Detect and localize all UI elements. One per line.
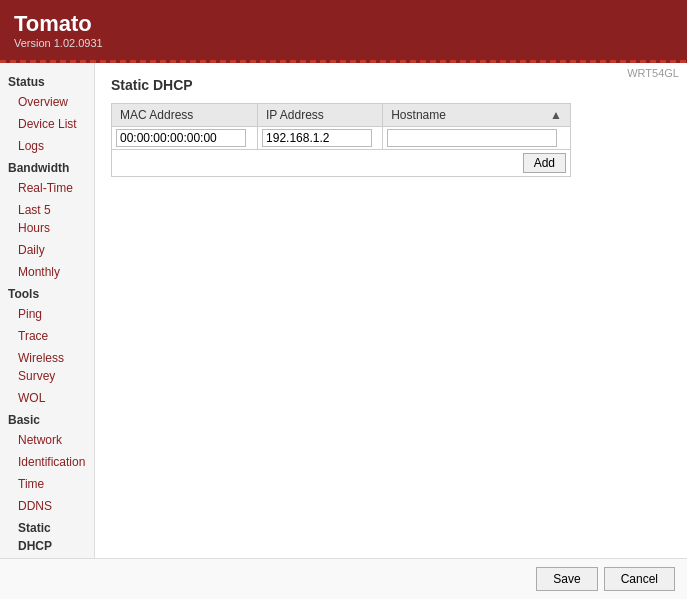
sidebar: Status Overview Device List Logs Bandwid…: [0, 63, 95, 558]
sort-arrow-icon: ▲: [550, 108, 562, 122]
sidebar-item-network[interactable]: Network: [0, 429, 94, 451]
main-layout: Status Overview Device List Logs Bandwid…: [0, 63, 687, 558]
app-title: Tomato: [14, 11, 673, 37]
cell-ip: [258, 127, 383, 150]
sidebar-item-overview[interactable]: Overview: [0, 91, 94, 113]
col-header-hostname: Hostname ▲: [383, 104, 571, 127]
sidebar-section-status: Status: [0, 71, 94, 91]
sidebar-item-wol[interactable]: WOL: [0, 387, 94, 409]
sidebar-item-time[interactable]: Time: [0, 473, 94, 495]
footer: Save Cancel: [0, 558, 687, 599]
sidebar-item-logs[interactable]: Logs: [0, 135, 94, 157]
add-cell: Add: [112, 150, 571, 177]
sidebar-section-basic: Basic: [0, 409, 94, 429]
sidebar-item-ddns[interactable]: DDNS: [0, 495, 94, 517]
save-button[interactable]: Save: [536, 567, 597, 591]
sidebar-item-ping[interactable]: Ping: [0, 303, 94, 325]
static-dhcp-table: MAC Address IP Address Hostname ▲: [111, 103, 571, 177]
sidebar-item-daily[interactable]: Daily: [0, 239, 94, 261]
cell-hostname: [383, 127, 571, 150]
page-title: Static DHCP: [111, 77, 671, 93]
app-version: Version 1.02.0931: [14, 37, 673, 49]
sidebar-item-monthly[interactable]: Monthly: [0, 261, 94, 283]
sidebar-item-last-5-hours[interactable]: Last 5 Hours: [0, 199, 94, 239]
sidebar-item-wireless-survey[interactable]: Wireless Survey: [0, 347, 94, 387]
add-row: Add: [112, 150, 571, 177]
sidebar-item-device-list[interactable]: Device List: [0, 113, 94, 135]
sidebar-section-tools: Tools: [0, 283, 94, 303]
table-row: [112, 127, 571, 150]
sidebar-item-static-dhcp[interactable]: Static DHCP: [0, 517, 94, 557]
mac-input[interactable]: [116, 129, 246, 147]
device-label: WRT54GL: [627, 67, 679, 79]
col-header-mac: MAC Address: [112, 104, 258, 127]
sidebar-item-identification[interactable]: Identification: [0, 451, 94, 473]
add-button[interactable]: Add: [523, 153, 566, 173]
header: Tomato Version 1.02.0931: [0, 0, 687, 60]
hostname-input[interactable]: [387, 129, 557, 147]
sidebar-section-bandwidth: Bandwidth: [0, 157, 94, 177]
sidebar-item-trace[interactable]: Trace: [0, 325, 94, 347]
cancel-button[interactable]: Cancel: [604, 567, 675, 591]
sidebar-item-real-time[interactable]: Real-Time: [0, 177, 94, 199]
ip-input[interactable]: [262, 129, 372, 147]
cell-mac: [112, 127, 258, 150]
col-header-ip: IP Address: [258, 104, 383, 127]
content-area: WRT54GL Static DHCP MAC Address IP Addre…: [95, 63, 687, 558]
